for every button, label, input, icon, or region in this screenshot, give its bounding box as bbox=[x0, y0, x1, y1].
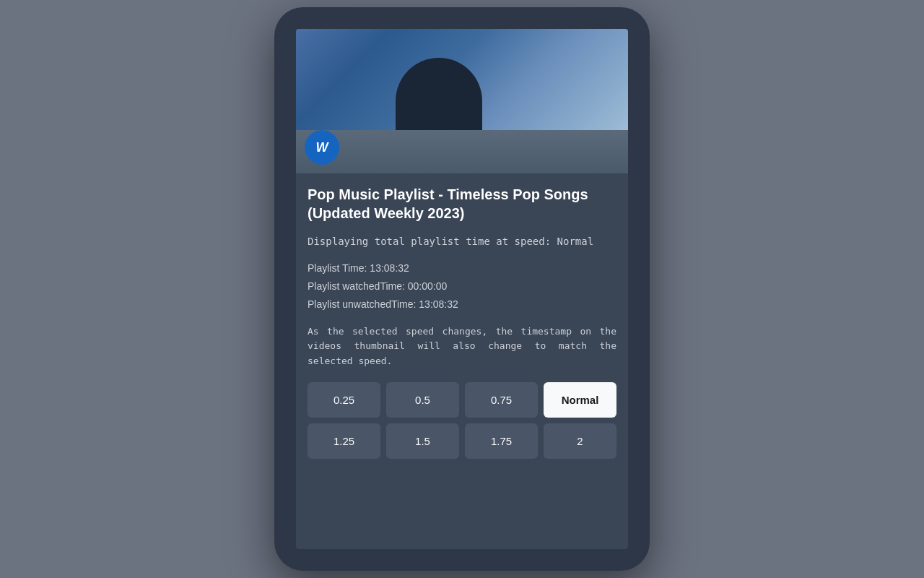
speed-button-2[interactable]: 2 bbox=[544, 423, 616, 459]
thumbnail-image bbox=[296, 29, 628, 173]
scroll-area[interactable]: W Pop Music Playlist - Timeless Pop Song… bbox=[296, 29, 628, 549]
description-text: As the selected speed changes, the times… bbox=[308, 324, 616, 369]
speed-button-0.75[interactable]: 0.75 bbox=[465, 382, 538, 418]
speed-buttons-row2: 1.251.51.752 bbox=[308, 423, 616, 459]
speed-buttons-row1: 0.250.50.75Normal bbox=[308, 382, 616, 418]
warner-badge: W bbox=[305, 130, 339, 165]
warner-logo-icon: W bbox=[316, 140, 328, 155]
speed-button-1.75[interactable]: 1.75 bbox=[465, 423, 538, 459]
watched-time-row: Playlist watchedTime: 00:00:00 bbox=[308, 277, 616, 296]
speed-button-normal[interactable]: Normal bbox=[544, 382, 616, 418]
content-area: Pop Music Playlist - Timeless Pop Songs … bbox=[296, 173, 628, 476]
time-info: Playlist Time: 13:08:32 Playlist watched… bbox=[308, 259, 616, 314]
playlist-time-row: Playlist Time: 13:08:32 bbox=[308, 259, 616, 277]
playlist-title: Pop Music Playlist - Timeless Pop Songs … bbox=[308, 185, 616, 223]
unwatched-time-row: Playlist unwatchedTime: 13:08:32 bbox=[308, 296, 616, 314]
speed-button-1.5[interactable]: 1.5 bbox=[386, 423, 459, 459]
phone-container: W Pop Music Playlist - Timeless Pop Song… bbox=[274, 7, 650, 571]
speed-info: Displaying total playlist time at speed:… bbox=[308, 234, 616, 249]
main-panel: W Pop Music Playlist - Timeless Pop Song… bbox=[296, 29, 628, 549]
speed-button-0.25[interactable]: 0.25 bbox=[308, 382, 380, 418]
speed-button-1.25[interactable]: 1.25 bbox=[308, 423, 380, 459]
thumbnail-container: W bbox=[296, 29, 628, 173]
speed-button-0.5[interactable]: 0.5 bbox=[386, 382, 459, 418]
